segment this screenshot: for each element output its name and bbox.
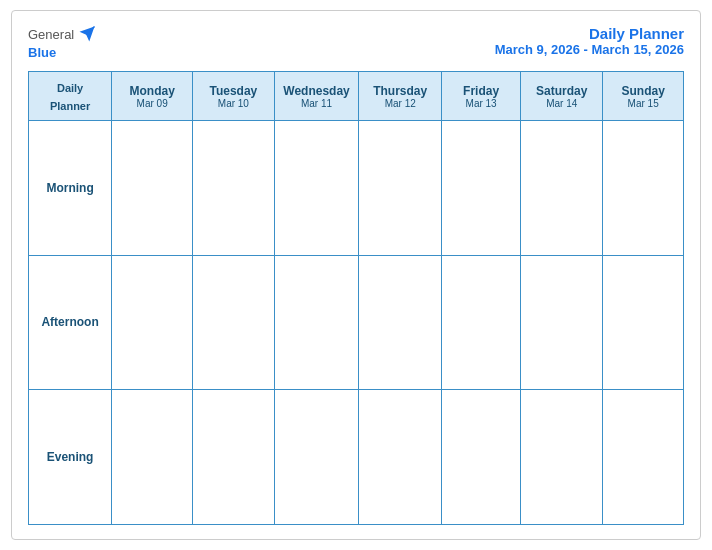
- evening-label: Evening: [29, 390, 112, 525]
- col-wednesday: Wednesday Mar 11: [274, 72, 359, 121]
- morning-friday[interactable]: [442, 121, 521, 256]
- logo-general-text: General: [28, 27, 74, 42]
- header-row: DailyPlanner Monday Mar 09 Tuesday Mar 1…: [29, 72, 684, 121]
- header-right: Daily Planner March 9, 2026 - March 15, …: [495, 25, 684, 57]
- planner-title: Daily Planner: [495, 25, 684, 42]
- afternoon-friday[interactable]: [442, 255, 521, 390]
- afternoon-tuesday[interactable]: [193, 255, 274, 390]
- morning-wednesday[interactable]: [274, 121, 359, 256]
- morning-saturday[interactable]: [521, 121, 603, 256]
- evening-wednesday[interactable]: [274, 390, 359, 525]
- logo-blue-text: Blue: [28, 45, 56, 60]
- col-saturday: Saturday Mar 14: [521, 72, 603, 121]
- col-friday: Friday Mar 13: [442, 72, 521, 121]
- planner-table: DailyPlanner Monday Mar 09 Tuesday Mar 1…: [28, 71, 684, 525]
- afternoon-saturday[interactable]: [521, 255, 603, 390]
- afternoon-thursday[interactable]: [359, 255, 442, 390]
- planner-dates: March 9, 2026 - March 15, 2026: [495, 42, 684, 57]
- afternoon-wednesday[interactable]: [274, 255, 359, 390]
- morning-sunday[interactable]: [603, 121, 684, 256]
- morning-row: Morning: [29, 121, 684, 256]
- label-col-line1: DailyPlanner: [50, 82, 90, 112]
- col-thursday: Thursday Mar 12: [359, 72, 442, 121]
- evening-tuesday[interactable]: [193, 390, 274, 525]
- afternoon-monday[interactable]: [112, 255, 193, 390]
- evening-friday[interactable]: [442, 390, 521, 525]
- afternoon-label: Afternoon: [29, 255, 112, 390]
- evening-row: Evening: [29, 390, 684, 525]
- evening-monday[interactable]: [112, 390, 193, 525]
- bird-icon: [78, 25, 96, 43]
- planner-page: General Blue Daily Planner March 9, 2026…: [11, 10, 701, 540]
- col-tuesday: Tuesday Mar 10: [193, 72, 274, 121]
- evening-thursday[interactable]: [359, 390, 442, 525]
- evening-saturday[interactable]: [521, 390, 603, 525]
- table-header: DailyPlanner Monday Mar 09 Tuesday Mar 1…: [29, 72, 684, 121]
- table-body: Morning Afternoon Evening: [29, 121, 684, 525]
- label-col-header: DailyPlanner: [29, 72, 112, 121]
- morning-thursday[interactable]: [359, 121, 442, 256]
- logo: General Blue: [28, 25, 96, 61]
- afternoon-row: Afternoon: [29, 255, 684, 390]
- header: General Blue Daily Planner March 9, 2026…: [28, 25, 684, 61]
- morning-monday[interactable]: [112, 121, 193, 256]
- col-sunday: Sunday Mar 15: [603, 72, 684, 121]
- col-monday: Monday Mar 09: [112, 72, 193, 121]
- morning-tuesday[interactable]: [193, 121, 274, 256]
- afternoon-sunday[interactable]: [603, 255, 684, 390]
- evening-sunday[interactable]: [603, 390, 684, 525]
- morning-label: Morning: [29, 121, 112, 256]
